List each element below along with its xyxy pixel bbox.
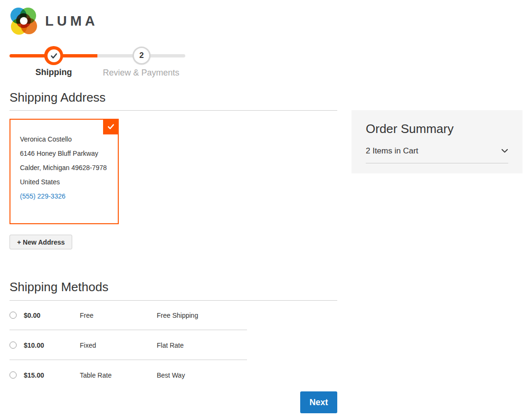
progress-step-review-label: Review & Payments [89,68,193,78]
next-button[interactable]: Next [300,391,337,413]
selected-address-card[interactable]: Veronica Costello 6146 Honey Bluff Parkw… [10,119,119,224]
order-summary-divider [366,163,508,163]
shipping-method-radio[interactable] [10,342,17,349]
order-summary-panel: Order Summary 2 Items in Cart [352,110,522,173]
shipping-method-price: $15.00 [24,371,44,379]
progress-step-shipping[interactable] [44,46,63,65]
shipping-method-carrier: Fixed [80,342,96,349]
shipping-method-name: Free Shipping [157,312,198,319]
luma-logo-icon [10,8,37,35]
address-street: 6146 Honey Bluff Parkway [20,146,109,161]
shipping-method-row: $10.00 Fixed Flat Rate [10,330,247,360]
progress-step-shipping-label[interactable]: Shipping [16,67,92,77]
new-address-button[interactable]: + New Address [10,235,72,249]
shipping-method-radio[interactable] [10,312,17,319]
check-icon [49,51,58,60]
progress-step-shipping-inner [48,49,60,62]
shipping-method-name: Best Way [157,371,185,379]
checkout-shipping-page: LUMA 2 Shipping Review & Payments Shippi… [0,0,532,418]
shipping-method-carrier: Free [80,312,94,319]
luma-logo[interactable]: LUMA [10,8,98,35]
shipping-methods-title: Shipping Methods [10,280,108,294]
address-name: Veronica Costello [20,132,109,146]
order-summary-title: Order Summary [366,122,454,136]
address-country: United States [20,175,109,189]
luma-logo-text: LUMA [45,13,98,29]
shipping-method-row: $0.00 Free Free Shipping [10,300,247,330]
shipping-method-price: $10.00 [24,342,44,349]
chevron-down-icon[interactable] [501,149,508,153]
shipping-method-radio[interactable] [10,371,17,379]
shipping-method-price: $0.00 [24,312,40,319]
shipping-address-title: Shipping Address [10,90,105,105]
check-icon [107,123,115,131]
items-in-cart-toggle[interactable]: 2 Items in Cart [366,146,508,156]
shipping-address-divider [10,110,337,111]
shipping-methods-table: $0.00 Free Free Shipping $10.00 Fixed Fl… [10,300,247,390]
shipping-method-carrier: Table Rate [80,371,112,379]
address-city-line: Calder, Michigan 49628-7978 [20,161,109,175]
progress-step-number: 2 [139,51,143,60]
shipping-method-row: $15.00 Table Rate Best Way [10,360,247,390]
selected-address-badge [103,119,119,134]
address-phone-link[interactable]: (555) 229-3326 [20,189,109,203]
logo-center-hole [20,17,28,25]
items-in-cart-label: 2 Items in Cart [366,146,418,156]
progress-step-review: 2 [133,47,151,65]
shipping-method-name: Flat Rate [157,342,184,349]
